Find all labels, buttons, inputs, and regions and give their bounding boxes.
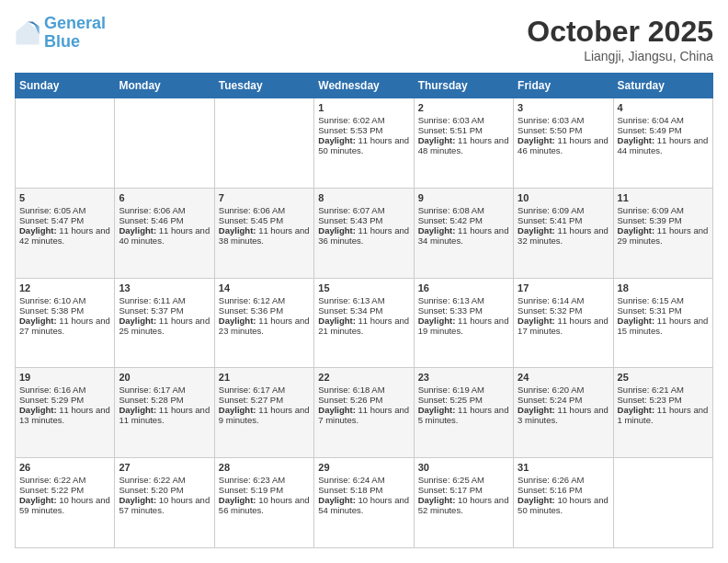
day-number: 6 — [119, 192, 210, 203]
weekday-header-thursday: Thursday — [414, 74, 513, 98]
day-number: 19 — [19, 372, 110, 383]
cell-text-line: Sunrise: 6:14 AM — [518, 295, 584, 305]
daylight-label: Daylight: — [119, 495, 158, 505]
daylight-label: Daylight: — [219, 495, 258, 505]
day-number: 8 — [318, 192, 409, 203]
cell-text-line: Sunrise: 6:18 AM — [318, 385, 384, 395]
cell-text-line: Sunrise: 6:07 AM — [318, 205, 384, 215]
calendar-cell: 10Sunrise: 6:09 AMSunset: 5:41 PMDayligh… — [514, 188, 613, 278]
cell-text-line: Sunset: 5:23 PM — [618, 395, 682, 405]
cell-text-line: Sunrise: 6:23 AM — [219, 475, 285, 485]
daylight-label: Daylight: — [418, 316, 458, 326]
cell-text-line: Sunrise: 6:13 AM — [418, 295, 484, 305]
day-number: 20 — [119, 372, 210, 383]
cell-text-line: Sunset: 5:51 PM — [418, 125, 483, 135]
cell-text-line: Sunset: 5:42 PM — [418, 215, 483, 225]
weekday-row: SundayMondayTuesdayWednesdayThursdayFrid… — [16, 74, 713, 98]
day-number: 3 — [518, 102, 609, 113]
cell-text-line: Sunset: 5:22 PM — [19, 485, 84, 495]
cell-text-line: Sunset: 5:46 PM — [119, 215, 183, 225]
calendar-cell: 26Sunrise: 6:22 AMSunset: 5:22 PMDayligh… — [16, 458, 115, 548]
cell-text-line: Sunset: 5:32 PM — [518, 305, 582, 316]
daylight-label: Daylight: — [518, 495, 557, 505]
weekday-header-wednesday: Wednesday — [314, 74, 414, 98]
daylight-label: Daylight: — [418, 135, 458, 145]
cell-text-line: Sunrise: 6:03 AM — [418, 115, 484, 125]
page: General Blue October 2025 Liangji, Jiang… — [0, 0, 728, 563]
cell-text-line: Sunset: 5:50 PM — [518, 125, 582, 135]
cell-text-line: Sunset: 5:20 PM — [119, 485, 183, 495]
calendar-cell: 24Sunrise: 6:20 AMSunset: 5:24 PMDayligh… — [514, 368, 613, 458]
daylight-label: Daylight: — [219, 316, 258, 326]
daylight-label: Daylight: — [19, 316, 59, 326]
cell-text-line: Sunset: 5:43 PM — [318, 215, 382, 225]
calendar-week-3: 12Sunrise: 6:10 AMSunset: 5:38 PMDayligh… — [16, 278, 713, 368]
calendar-cell — [115, 98, 214, 189]
daylight-label: Daylight: — [618, 225, 657, 236]
cell-text-line: Sunset: 5:24 PM — [518, 395, 582, 405]
daylight-label: Daylight: — [418, 405, 458, 415]
cell-text-line: Sunset: 5:41 PM — [518, 215, 582, 225]
daylight-label: Daylight: — [318, 135, 358, 145]
cell-text-line: Sunset: 5:34 PM — [318, 305, 382, 316]
calendar-cell: 12Sunrise: 6:10 AMSunset: 5:38 PMDayligh… — [16, 278, 115, 368]
day-number: 13 — [119, 282, 210, 293]
calendar-week-1: 1Sunrise: 6:02 AMSunset: 5:53 PMDaylight… — [16, 98, 713, 189]
day-number: 14 — [219, 282, 310, 293]
daylight-label: Daylight: — [19, 405, 59, 415]
cell-text-line: Sunset: 5:37 PM — [119, 305, 183, 316]
calendar-cell: 18Sunrise: 6:15 AMSunset: 5:31 PMDayligh… — [613, 278, 712, 368]
calendar-cell: 19Sunrise: 6:16 AMSunset: 5:29 PMDayligh… — [16, 368, 115, 458]
day-number: 15 — [318, 282, 409, 293]
calendar-cell: 31Sunrise: 6:26 AMSunset: 5:16 PMDayligh… — [514, 458, 613, 548]
calendar-cell: 27Sunrise: 6:22 AMSunset: 5:20 PMDayligh… — [115, 458, 214, 548]
day-number: 25 — [618, 372, 709, 383]
logo-text: General Blue — [44, 15, 106, 52]
day-number: 5 — [19, 192, 110, 203]
calendar-cell: 25Sunrise: 6:21 AMSunset: 5:23 PMDayligh… — [613, 368, 712, 458]
cell-text-line: Sunrise: 6:19 AM — [418, 385, 484, 395]
header: General Blue October 2025 Liangji, Jiang… — [15, 15, 713, 63]
day-number: 21 — [219, 372, 310, 383]
calendar-body: 1Sunrise: 6:02 AMSunset: 5:53 PMDaylight… — [16, 98, 713, 548]
day-number: 28 — [219, 462, 310, 473]
calendar-cell: 14Sunrise: 6:12 AMSunset: 5:36 PMDayligh… — [214, 278, 313, 368]
day-number: 7 — [219, 192, 310, 203]
cell-text-line: Sunset: 5:27 PM — [219, 395, 283, 405]
cell-text-line: Sunrise: 6:12 AM — [219, 295, 285, 305]
daylight-label: Daylight: — [318, 405, 358, 415]
daylight-label: Daylight: — [119, 225, 158, 236]
cell-text-line: Sunrise: 6:09 AM — [618, 205, 684, 215]
day-number: 10 — [518, 192, 609, 203]
day-number: 1 — [318, 102, 409, 113]
cell-text-line: Sunset: 5:17 PM — [418, 485, 483, 495]
cell-text-line: Sunset: 5:28 PM — [119, 395, 183, 405]
daylight-label: Daylight: — [318, 316, 358, 326]
daylight-label: Daylight: — [418, 495, 458, 505]
daylight-label: Daylight: — [518, 135, 557, 145]
day-number: 18 — [618, 282, 709, 293]
daylight-label: Daylight: — [618, 316, 657, 326]
daylight-label: Daylight: — [618, 135, 657, 145]
day-number: 27 — [119, 462, 210, 473]
cell-text-line: Sunrise: 6:20 AM — [518, 385, 584, 395]
calendar-week-5: 26Sunrise: 6:22 AMSunset: 5:22 PMDayligh… — [16, 458, 713, 548]
cell-text-line: Sunrise: 6:10 AM — [19, 295, 85, 305]
calendar-cell: 8Sunrise: 6:07 AMSunset: 5:43 PMDaylight… — [314, 188, 414, 278]
day-number: 23 — [418, 372, 509, 383]
cell-text-line: Sunset: 5:19 PM — [219, 485, 283, 495]
cell-text-line: Sunrise: 6:05 AM — [19, 205, 85, 215]
calendar-cell: 2Sunrise: 6:03 AMSunset: 5:51 PMDaylight… — [414, 98, 513, 189]
cell-text-line: Sunset: 5:18 PM — [318, 485, 382, 495]
daylight-label: Daylight: — [318, 225, 358, 236]
calendar-cell: 28Sunrise: 6:23 AMSunset: 5:19 PMDayligh… — [214, 458, 313, 548]
day-number: 11 — [618, 192, 709, 203]
calendar-cell: 16Sunrise: 6:13 AMSunset: 5:33 PMDayligh… — [414, 278, 513, 368]
calendar-cell: 29Sunrise: 6:24 AMSunset: 5:18 PMDayligh… — [314, 458, 414, 548]
logo-general: General — [44, 14, 106, 32]
cell-text-line: Sunset: 5:49 PM — [618, 125, 682, 135]
weekday-header-sunday: Sunday — [16, 74, 115, 98]
daylight-label: Daylight: — [19, 495, 59, 505]
calendar-week-4: 19Sunrise: 6:16 AMSunset: 5:29 PMDayligh… — [16, 368, 713, 458]
cell-text-line: Sunrise: 6:22 AM — [19, 475, 85, 485]
